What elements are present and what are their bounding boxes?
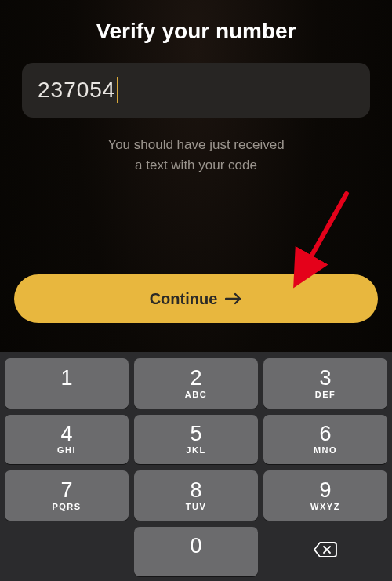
keypad-letters: PQRS <box>52 502 81 511</box>
continue-button[interactable]: Continue <box>14 274 378 323</box>
keypad-key-0[interactable]: 0 <box>134 527 258 577</box>
keypad-digit: 3 <box>319 368 331 389</box>
keypad-letters: TUV <box>186 502 207 511</box>
continue-button-label: Continue <box>150 290 218 308</box>
keypad-key-8[interactable]: 8TUV <box>134 470 258 521</box>
helper-line-2: a text with your code <box>0 155 392 176</box>
keypad-key-2[interactable]: 2ABC <box>134 358 258 409</box>
keypad-digit: 4 <box>60 423 72 445</box>
helper-text: You should have just received a text wit… <box>0 135 392 175</box>
keypad-digit: 8 <box>190 480 201 501</box>
keypad-digit: 7 <box>60 480 72 501</box>
backspace-icon <box>313 541 338 561</box>
keypad-key-9[interactable]: 9WXYZ <box>263 470 387 521</box>
keypad-letters: WXYZ <box>310 502 340 511</box>
keypad-letters: JKL <box>186 445 205 455</box>
keypad-letters: ABC <box>185 390 207 399</box>
numeric-keypad: 12ABC3DEF4GHI5JKL6MNO7PQRS8TUV9WXYZ0 <box>0 352 392 581</box>
keypad-key-3[interactable]: 3DEF <box>263 358 387 409</box>
keypad-letters: GHI <box>57 445 76 455</box>
helper-line-1: You should have just received <box>0 135 392 155</box>
keypad-digit: 9 <box>319 480 331 501</box>
keypad-digit: 6 <box>319 423 331 445</box>
keypad-blank <box>5 527 129 577</box>
keypad-key-4[interactable]: 4GHI <box>5 415 129 465</box>
arrow-right-icon <box>225 292 242 305</box>
keypad-key-7[interactable]: 7PQRS <box>5 470 129 521</box>
page-title: Verify your number <box>0 0 392 44</box>
keypad-digit: 0 <box>190 536 201 557</box>
code-input-value: 237054 <box>38 78 115 103</box>
code-input[interactable]: 237054 <box>22 63 370 118</box>
keypad-letters: MNO <box>314 445 337 455</box>
keypad-key-1[interactable]: 1 <box>5 358 129 409</box>
keypad-digit: 2 <box>190 368 201 389</box>
keypad-digit: 5 <box>190 423 201 445</box>
keypad-backspace[interactable] <box>263 527 387 577</box>
keypad-digit: 1 <box>60 368 72 389</box>
keypad-key-6[interactable]: 6MNO <box>263 415 387 465</box>
keypad-key-5[interactable]: 5JKL <box>134 415 258 465</box>
keypad-letters: DEF <box>315 390 336 399</box>
text-caret <box>117 77 118 103</box>
